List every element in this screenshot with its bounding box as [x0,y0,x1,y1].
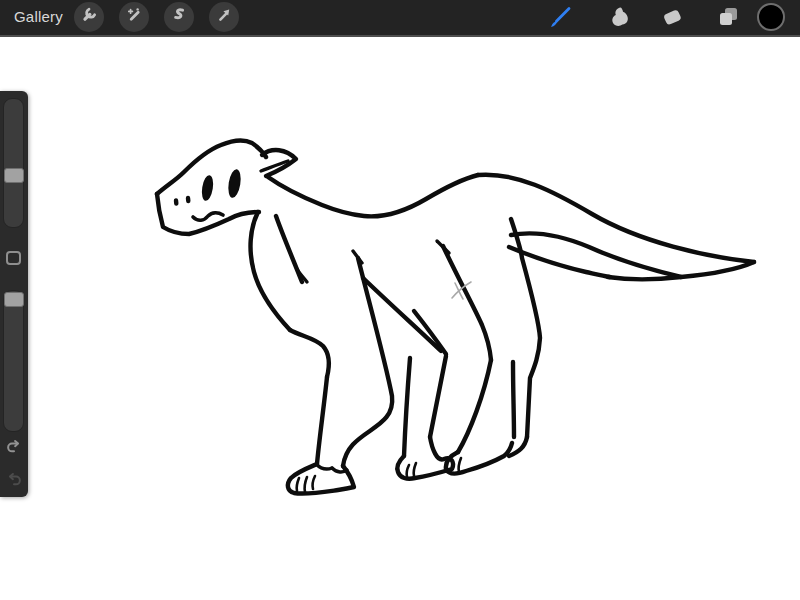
stroke-chest-elbow [290,330,329,377]
transform-button[interactable] [209,2,239,32]
top-toolbar: Gallery [0,0,800,37]
eye-1 [200,174,215,201]
redo-button[interactable] [3,470,25,492]
stroke-claw-3 [313,476,315,489]
erase-tool-button[interactable] [656,1,688,33]
layers-icon [712,19,744,36]
paint-tool-button[interactable] [544,1,576,33]
actions-button[interactable] [74,2,104,32]
selection-button[interactable] [164,2,194,32]
eye-2 [227,168,243,198]
stroke-foreleg-front [317,377,327,464]
transform-arrow-icon [214,5,234,29]
stroke-foreleg-back [343,258,392,466]
stroke-thigh-tick [437,241,449,253]
wrench-icon [79,5,99,29]
stroke-farleg-back-edge [430,356,446,437]
magic-wand-icon [124,5,144,29]
opacity-slider[interactable] [3,290,24,432]
stroke-farleg-front-edge [404,358,410,456]
stroke-farhind-front [513,362,514,437]
stroke-claw-2 [305,477,307,492]
stroke-neck-chest [251,212,290,330]
undo-button[interactable] [3,437,25,459]
stroke-nape-back [268,175,478,216]
stroke-far-claw-1 [407,465,409,477]
stroke-far-claw-2 [414,463,416,476]
canvas-artwork [0,0,800,600]
smudge-tool-button[interactable] [601,1,633,33]
eraser-icon [656,19,688,36]
brush-size-slider[interactable] [3,98,24,228]
undo-icon [3,445,25,462]
drawing-canvas[interactable] [0,0,800,600]
selection-s-icon [169,5,189,29]
gallery-button[interactable]: Gallery [14,0,63,35]
stroke-hind-claw [459,458,461,472]
modify-button[interactable] [6,251,21,265]
stroke-claw-1 [297,478,299,491]
stroke-paw-knuckle-1 [316,464,332,469]
opacity-handle[interactable] [4,292,24,307]
stroke-mouth [193,213,223,220]
stroke-hind-foot [446,443,512,473]
redo-icon [3,478,25,495]
smudge-icon [601,19,633,36]
layers-button[interactable] [712,1,744,33]
color-circle[interactable] [757,3,785,31]
adjustments-button[interactable] [119,2,149,32]
stroke-hind-shin-front [458,360,491,452]
brush-icon [544,19,576,36]
brush-size-handle[interactable] [4,168,24,183]
sidebar [0,91,28,497]
stroke-thigh-front [443,246,491,360]
